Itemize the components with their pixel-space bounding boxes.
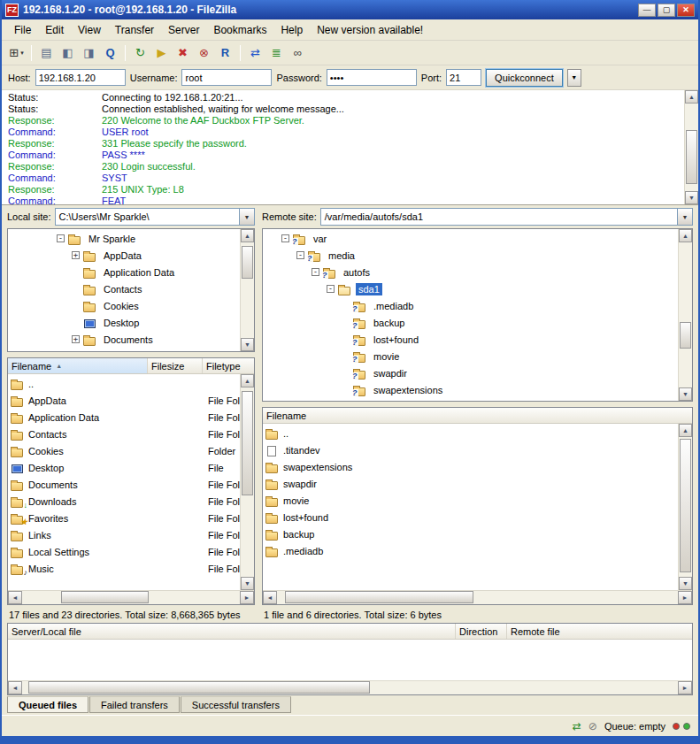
title-bar[interactable]: FZ 192.168.1.20 - root@192.168.1.20 - Fi… bbox=[2, 0, 698, 19]
queue-column-direction[interactable]: Direction bbox=[456, 624, 507, 639]
toggle-queue-view-button[interactable]: Q bbox=[100, 43, 120, 63]
minimize-button[interactable]: — bbox=[638, 4, 656, 17]
menu-help[interactable]: Help bbox=[273, 21, 310, 39]
scroll-down-icon[interactable]: ▼ bbox=[685, 191, 698, 204]
column-header-filetype[interactable]: Filetype bbox=[203, 358, 254, 373]
remote-list-vertical-scrollbar[interactable]: ▲ ▼ bbox=[678, 424, 692, 590]
dropdown-arrow-icon[interactable]: ▾ bbox=[20, 50, 24, 57]
local-site-combo[interactable]: C:\Users\Mr Sparkle\ ▼ bbox=[55, 208, 255, 226]
scroll-track[interactable] bbox=[679, 437, 692, 577]
log-vertical-scrollbar[interactable]: ▲ ▼ bbox=[684, 90, 698, 204]
local-tree-item-contacts[interactable]: Contacts bbox=[8, 280, 240, 297]
close-button[interactable]: ✕ bbox=[677, 4, 695, 17]
file-row-[interactable]: .. bbox=[8, 375, 240, 392]
scroll-up-icon[interactable]: ▲ bbox=[679, 229, 692, 242]
local-tree-item-application-data[interactable]: Application Data bbox=[8, 264, 240, 280]
file-row-application-data[interactable]: Application DataFile Folder bbox=[8, 409, 240, 426]
expander-minus-icon[interactable]: - bbox=[312, 268, 319, 276]
remote-site-combo[interactable]: /var/media/autofs/sda1 ▼ bbox=[320, 208, 693, 226]
scroll-up-icon[interactable]: ▲ bbox=[679, 424, 692, 437]
local-tree-item-desktop[interactable]: Desktop bbox=[8, 314, 240, 331]
menu-file[interactable]: File bbox=[7, 21, 38, 39]
scroll-down-icon[interactable]: ▼ bbox=[241, 577, 254, 590]
password-input[interactable] bbox=[327, 69, 417, 86]
scroll-right-icon[interactable]: ► bbox=[678, 681, 692, 694]
file-row-lost-found[interactable]: lost+found bbox=[263, 509, 678, 525]
scroll-down-icon[interactable]: ▼ bbox=[241, 338, 254, 351]
menu-view[interactable]: View bbox=[71, 21, 108, 39]
file-row-movie[interactable]: movie bbox=[263, 492, 678, 509]
local-list-horizontal-scrollbar[interactable]: ◄ ► bbox=[8, 590, 254, 604]
remote-tree-item-movie[interactable]: ?movie bbox=[263, 348, 678, 364]
queue-column-server-local-file[interactable]: Server/Local file bbox=[8, 624, 456, 639]
local-tree-item-downloads[interactable]: +Downloads bbox=[8, 348, 240, 351]
local-tree-item-mr-sparkle[interactable]: -Mr Sparkle bbox=[8, 230, 240, 247]
scroll-thumb[interactable] bbox=[680, 439, 691, 573]
file-row-downloads[interactable]: ↓DownloadsFile Folder bbox=[8, 493, 240, 510]
file-row-contacts[interactable]: ContactsFile Folder bbox=[8, 426, 240, 442]
quickconnect-dropdown-button[interactable]: ▼ bbox=[567, 69, 581, 87]
local-tree-item-cookies[interactable]: Cookies bbox=[8, 297, 240, 314]
scroll-thumb[interactable] bbox=[28, 681, 369, 694]
scroll-thumb[interactable] bbox=[285, 591, 473, 603]
column-header-filename[interactable]: Filename bbox=[263, 408, 692, 423]
expander-minus-icon[interactable]: - bbox=[281, 234, 289, 242]
file-row-documents[interactable]: DocumentsFile Folder bbox=[8, 476, 240, 493]
refresh-button[interactable]: ↻ bbox=[130, 43, 150, 63]
menu-edit[interactable]: Edit bbox=[38, 21, 71, 39]
reconnect-button[interactable]: R bbox=[215, 43, 235, 63]
file-row-music[interactable]: ♪MusicFile Folder bbox=[8, 560, 240, 577]
process-queue-button[interactable]: ▶ bbox=[151, 43, 172, 63]
remote-tree-item-sda1[interactable]: -sda1 bbox=[263, 280, 678, 297]
scroll-left-icon[interactable]: ◄ bbox=[8, 681, 22, 694]
local-list-vertical-scrollbar[interactable]: ▲ ▼ bbox=[240, 374, 254, 590]
remote-tree-item-dvd[interactable]: ?dvd bbox=[263, 398, 678, 401]
remote-tree-item-backup[interactable]: ?backup bbox=[263, 314, 678, 331]
chevron-down-icon[interactable]: ▼ bbox=[239, 209, 254, 225]
scroll-thumb[interactable] bbox=[686, 130, 697, 184]
remote-tree-item-swapdir[interactable]: ?swapdir bbox=[263, 364, 678, 381]
toggle-remote-tree-button[interactable]: ◨ bbox=[79, 43, 99, 63]
expander-minus-icon[interactable]: - bbox=[296, 251, 304, 259]
expander-plus-icon[interactable]: + bbox=[72, 251, 80, 259]
queue-column-remote-file[interactable]: Remote file bbox=[507, 624, 692, 639]
scroll-track[interactable] bbox=[277, 591, 678, 604]
expander-plus-icon[interactable]: + bbox=[72, 335, 80, 343]
remote-tree-item-autofs[interactable]: -?autofs bbox=[263, 264, 678, 280]
remote-tree-item-var[interactable]: -?var bbox=[263, 230, 678, 247]
menu-new-version-available[interactable]: New version available! bbox=[310, 21, 430, 39]
scroll-left-icon[interactable]: ◄ bbox=[263, 591, 277, 604]
file-row-backup[interactable]: backup bbox=[263, 525, 678, 542]
file-row-links[interactable]: LinksFile Folder bbox=[8, 526, 240, 543]
file-row-desktop[interactable]: DesktopFile bbox=[8, 459, 240, 476]
file-row-appdata[interactable]: AppDataFile Folder bbox=[8, 392, 240, 409]
remote-tree-item-media[interactable]: -?media bbox=[263, 247, 678, 264]
expander-minus-icon[interactable]: - bbox=[57, 234, 65, 242]
file-row-mediadb[interactable]: .mediadb bbox=[263, 542, 678, 559]
scroll-right-icon[interactable]: ► bbox=[240, 591, 254, 604]
site-manager-button[interactable]: ⊞▾ bbox=[6, 43, 27, 63]
scroll-up-icon[interactable]: ▲ bbox=[685, 90, 698, 104]
queue-horizontal-scrollbar[interactable]: ◄ ► bbox=[8, 680, 692, 694]
scroll-down-icon[interactable]: ▼ bbox=[679, 387, 692, 401]
file-row-favorites[interactable]: ★FavoritesFile Folder bbox=[8, 510, 240, 526]
file-row-swapextensions[interactable]: swapextensions bbox=[263, 458, 678, 475]
menu-bookmarks[interactable]: Bookmarks bbox=[206, 21, 273, 39]
remote-tree-vertical-scrollbar[interactable]: ▲ ▼ bbox=[678, 229, 692, 401]
vertical-pane-splitter[interactable] bbox=[255, 205, 262, 623]
directory-comparison-icon[interactable]: ⇄ bbox=[573, 720, 581, 732]
synchronized-browsing-icon[interactable]: ⊘ bbox=[588, 720, 597, 732]
file-row-titandev[interactable]: .titandev bbox=[263, 441, 678, 458]
tab-queued-files[interactable]: Queued files bbox=[7, 696, 88, 713]
remote-tree-item-mediadb[interactable]: ?.mediadb bbox=[263, 297, 678, 314]
column-header-filesize[interactable]: Filesize bbox=[148, 358, 203, 373]
remote-tree-item-swapextensions[interactable]: ?swapextensions bbox=[263, 381, 678, 398]
local-tree-item-documents[interactable]: +Documents bbox=[8, 331, 240, 348]
file-row-local-settings[interactable]: Local SettingsFile Folder bbox=[8, 543, 240, 560]
file-row-swapdir[interactable]: swapdir bbox=[263, 475, 678, 492]
scroll-track[interactable] bbox=[679, 242, 692, 387]
toggle-local-tree-button[interactable]: ◧ bbox=[58, 43, 78, 63]
column-header-filename[interactable]: Filename▲ bbox=[8, 358, 148, 373]
host-input[interactable] bbox=[35, 69, 126, 86]
expander-minus-icon[interactable]: - bbox=[327, 285, 335, 293]
